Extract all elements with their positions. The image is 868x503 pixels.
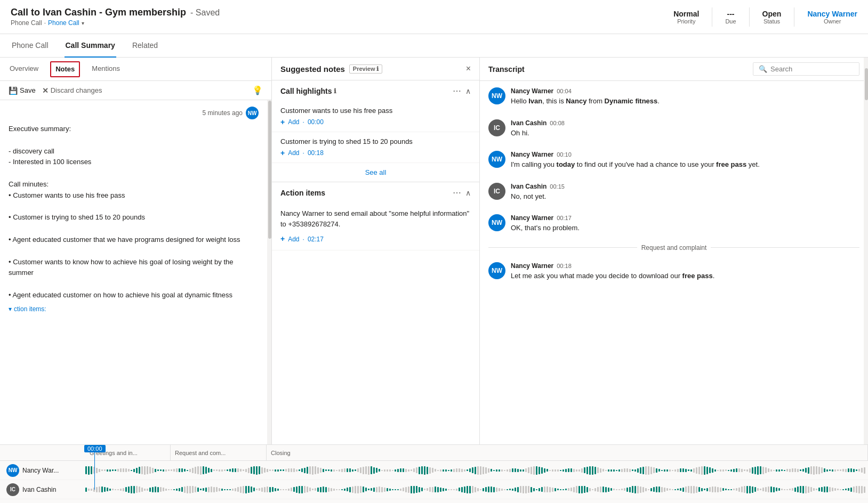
waveform-bar xyxy=(480,489,481,490)
notes-content[interactable]: 5 minutes ago NW Executive summary: - di… xyxy=(0,100,267,444)
waveform-bar xyxy=(229,489,231,490)
waveform-bar xyxy=(384,469,385,472)
waveform-bar xyxy=(312,466,314,475)
waveform-bar xyxy=(632,486,633,493)
waveform-bar xyxy=(693,486,695,493)
action-items-collapse-icon[interactable]: ∧ xyxy=(465,189,471,197)
waveform-bar xyxy=(696,486,697,493)
waveform-bar xyxy=(299,469,300,471)
waveform-bar xyxy=(267,469,268,472)
waveform-bar xyxy=(762,467,764,474)
waveform-bar xyxy=(429,487,431,492)
save-button[interactable]: 💾 Save xyxy=(9,86,36,95)
waveform-bar xyxy=(437,487,439,492)
waveform-bar xyxy=(624,468,625,472)
waveform-bar xyxy=(541,487,543,492)
waveform-bar xyxy=(136,468,138,473)
highlight-add-row-1[interactable]: + Add · 00:00 xyxy=(280,118,471,126)
waveform-bar xyxy=(861,486,863,493)
waveform-bar xyxy=(125,487,127,492)
collapse-button[interactable]: ▾ ction items: xyxy=(9,305,259,313)
transcript-avatar-ic-1: IC xyxy=(488,119,505,136)
waveform-bar xyxy=(117,489,119,490)
preview-badge[interactable]: Preview ℹ xyxy=(349,64,383,74)
call-highlights-collapse-icon[interactable]: ∧ xyxy=(465,87,471,95)
waveform-bar xyxy=(709,487,711,492)
waveform-bar xyxy=(496,488,497,492)
waveform-bar xyxy=(475,467,476,474)
waveform-bar xyxy=(669,469,671,472)
subtab-notes[interactable]: Notes xyxy=(50,61,80,77)
waveform-bar xyxy=(752,486,753,493)
waveform-bar xyxy=(749,468,751,473)
waveform-bar xyxy=(672,470,673,471)
waveform-bar xyxy=(320,468,322,473)
waveform-bar xyxy=(491,486,492,492)
segment-request: Request and com... xyxy=(171,445,267,461)
waveform-bar xyxy=(269,487,271,492)
owner-label: Owner xyxy=(824,18,841,25)
close-icon[interactable]: × xyxy=(466,64,471,74)
waveform-bar xyxy=(128,469,130,472)
waveform-bar xyxy=(211,469,212,472)
suggested-notes-label: Suggested notes xyxy=(280,64,345,74)
waveform-bar xyxy=(706,488,708,491)
highlight-add-row-2[interactable]: + Add · 00:18 xyxy=(280,149,471,157)
waveform-bar xyxy=(323,469,324,472)
waveform-bar xyxy=(293,487,295,492)
search-input[interactable] xyxy=(770,65,854,73)
subtitle-dropdown-icon[interactable]: ▾ xyxy=(82,20,84,26)
action-item-add-row[interactable]: + Add · 02:17 xyxy=(280,233,471,245)
tab-phone-call[interactable]: Phone Call xyxy=(11,34,50,58)
waveform-bar xyxy=(698,487,700,492)
waveform-bar xyxy=(554,488,556,491)
highlight-timestamp-1[interactable]: 00:00 xyxy=(308,118,324,126)
waveform-bar xyxy=(128,486,130,493)
tab-call-summary[interactable]: Call Summary xyxy=(65,34,116,58)
waveform-bar xyxy=(333,469,335,472)
call-highlights-more-icon[interactable]: ⋯ xyxy=(453,86,461,96)
waveform-bar xyxy=(355,486,356,493)
waveform-bar xyxy=(493,470,495,471)
transcript-speaker-4: Ivan Cashin xyxy=(511,183,546,190)
waveform-bar xyxy=(765,467,767,473)
waveform-bar xyxy=(125,468,127,472)
discard-button[interactable]: ✕ Discard changes xyxy=(42,86,102,95)
call-highlights-info-icon: ℹ xyxy=(334,87,336,95)
highlight-timestamp-2[interactable]: 00:18 xyxy=(308,149,324,157)
waveform-bar xyxy=(706,467,708,474)
waveform-bar xyxy=(283,489,284,490)
action-items-more-icon[interactable]: ⋯ xyxy=(453,188,461,198)
waveform-bar xyxy=(419,467,420,474)
tab-related[interactable]: Related xyxy=(131,34,159,58)
sub-tabs: Overview Notes Mentions xyxy=(0,58,271,81)
waveform-bar xyxy=(802,486,804,493)
search-icon: 🔍 xyxy=(759,65,767,73)
action-item-timestamp[interactable]: 02:17 xyxy=(308,234,324,244)
waveform-bar xyxy=(429,467,431,474)
waveform-bar xyxy=(832,469,833,472)
subtab-overview[interactable]: Overview xyxy=(9,58,39,81)
subtitle-subtype[interactable]: Phone Call xyxy=(48,19,79,27)
transcript-avatar-ic-2: IC xyxy=(488,183,505,200)
highlight-text-1: Customer wants to use his free pass xyxy=(280,107,471,115)
header: Call to Ivan Cashin - Gym membership - S… xyxy=(0,0,868,34)
owner-name[interactable]: Nancy Warner xyxy=(807,10,857,18)
waveform-bar xyxy=(840,469,841,471)
subtab-mentions[interactable]: Mentions xyxy=(91,58,121,81)
waveform-bar xyxy=(768,486,769,492)
waveform-bar xyxy=(341,489,343,490)
waveform-bar xyxy=(221,489,223,491)
waveform-bar xyxy=(792,488,793,491)
waveform-bar xyxy=(813,466,815,475)
lightbulb-icon[interactable]: 💡 xyxy=(252,85,263,95)
waveform-bar xyxy=(640,486,641,493)
search-box[interactable]: 🔍 xyxy=(753,62,859,76)
waveform-bar xyxy=(411,469,412,471)
see-all-button[interactable]: See all xyxy=(272,163,479,182)
waveform-bar xyxy=(171,469,172,471)
waveform-bar xyxy=(205,467,207,474)
left-scrollbar[interactable] xyxy=(267,100,271,444)
waveform-bar xyxy=(219,488,220,491)
notes-text-content[interactable]: Executive summary: - discovery call - In… xyxy=(9,124,259,301)
